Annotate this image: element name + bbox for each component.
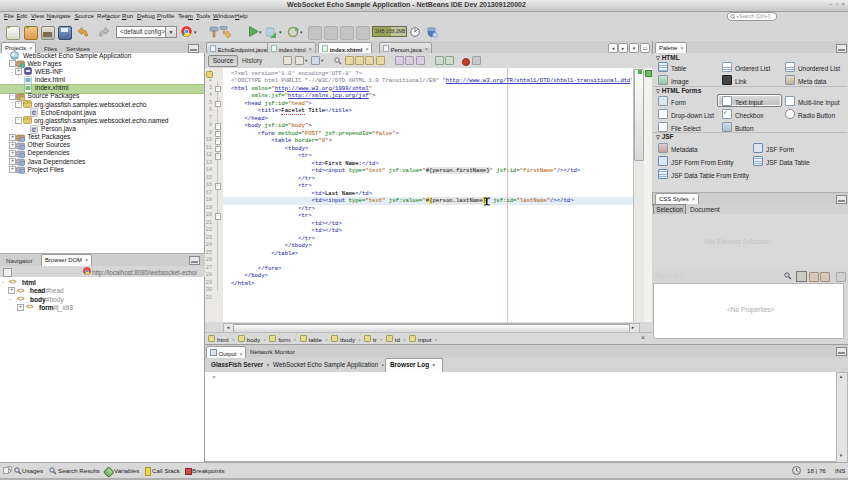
svg-text:C: C [32,110,36,116]
svg-text:C: C [32,126,36,132]
